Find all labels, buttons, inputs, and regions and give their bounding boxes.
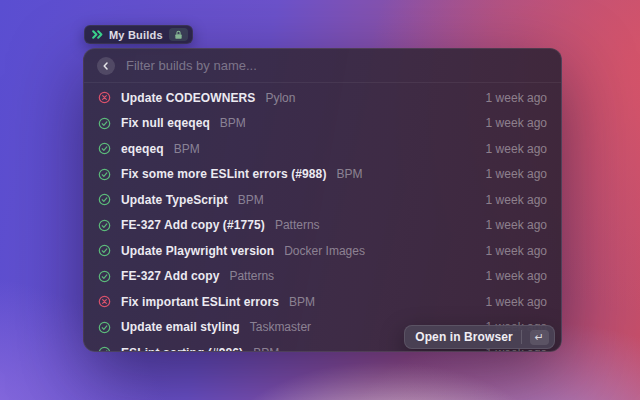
build-timestamp: 1 week ago — [486, 167, 547, 181]
build-timestamp: 1 week ago — [486, 218, 547, 232]
my-builds-chip[interactable]: My Builds — [84, 25, 193, 44]
open-in-browser-label: Open in Browser — [415, 330, 513, 344]
open-in-browser-button[interactable]: Open in Browser ↵ — [404, 325, 555, 349]
build-timestamp: 1 week ago — [486, 244, 547, 258]
build-title: Update Playwright version — [121, 244, 274, 258]
build-row[interactable]: Update CODEOWNERSPylon1 week ago — [84, 85, 561, 111]
build-timestamp: 1 week ago — [486, 295, 547, 309]
build-timestamp: 1 week ago — [486, 193, 547, 207]
search-bar — [84, 49, 561, 83]
build-project: Docker Images — [284, 244, 365, 258]
passed-status-icon — [98, 346, 111, 352]
chip-label: My Builds — [109, 29, 163, 41]
build-timestamp: 1 week ago — [486, 142, 547, 156]
build-project: BPM — [289, 295, 315, 309]
build-row[interactable]: Fix null eqeqeqBPM1 week ago — [84, 111, 561, 137]
passed-status-icon — [98, 168, 111, 181]
build-title: Update email styling — [121, 320, 240, 334]
build-timestamp: 1 week ago — [486, 269, 547, 283]
build-row[interactable]: Update TypeScriptBPM1 week ago — [84, 187, 561, 213]
build-project: BPM — [336, 167, 362, 181]
build-project: Patterns — [275, 218, 320, 232]
build-title: Update CODEOWNERS — [121, 91, 255, 105]
build-row[interactable]: Fix some more ESLint errors (#988)BPM1 w… — [84, 162, 561, 188]
build-project: BPM — [174, 142, 200, 156]
build-row[interactable]: FE-327 Add copyPatterns1 week ago — [84, 264, 561, 290]
passed-status-icon — [98, 142, 111, 155]
enter-key-icon: ↵ — [530, 330, 549, 345]
passed-status-icon — [98, 117, 111, 130]
buildkite-icon — [92, 30, 103, 39]
build-project: Taskmaster — [250, 320, 311, 334]
build-project: Patterns — [229, 269, 274, 283]
build-title: eqeqeq — [121, 142, 164, 156]
back-button[interactable] — [97, 57, 115, 75]
build-title: FE-327 Add copy — [121, 269, 219, 283]
passed-status-icon — [98, 244, 111, 257]
build-title: Fix some more ESLint errors (#988) — [121, 167, 326, 181]
passed-status-icon — [98, 193, 111, 206]
build-timestamp: 1 week ago — [486, 116, 547, 130]
builds-window: Update CODEOWNERSPylon1 week agoFix null… — [83, 48, 562, 352]
failed-status-icon — [98, 295, 111, 308]
divider — [521, 330, 522, 344]
build-title: Update TypeScript — [121, 193, 228, 207]
passed-status-icon — [98, 270, 111, 283]
search-input[interactable] — [126, 58, 548, 73]
build-row[interactable]: Fix important ESLint errorsBPM1 week ago — [84, 289, 561, 315]
chevron-left-icon — [102, 62, 110, 70]
build-project: BPM — [220, 116, 246, 130]
build-title: FE-327 Add copy (#1775) — [121, 218, 265, 232]
build-timestamp: 1 week ago — [486, 91, 547, 105]
passed-status-icon — [98, 321, 111, 334]
build-row[interactable]: FE-327 Add copy (#1775)Patterns1 week ag… — [84, 213, 561, 239]
build-title: Fix null eqeqeq — [121, 116, 210, 130]
build-title: ESLint sorting (#986) — [121, 346, 243, 352]
lock-icon — [169, 28, 188, 41]
build-title: Fix important ESLint errors — [121, 295, 279, 309]
build-project: BPM — [253, 346, 279, 352]
build-row[interactable]: Update Playwright versionDocker Images1 … — [84, 238, 561, 264]
failed-status-icon — [98, 91, 111, 104]
build-project: BPM — [238, 193, 264, 207]
build-project: Pylon — [265, 91, 295, 105]
builds-list: Update CODEOWNERSPylon1 week agoFix null… — [84, 83, 561, 352]
passed-status-icon — [98, 219, 111, 232]
build-row[interactable]: eqeqeqBPM1 week ago — [84, 136, 561, 162]
